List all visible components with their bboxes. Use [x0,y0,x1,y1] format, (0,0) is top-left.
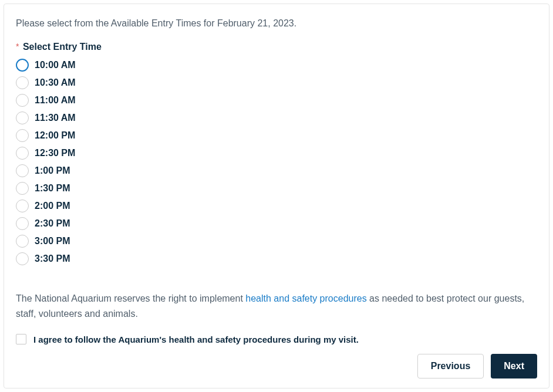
radio-button[interactable] [16,164,29,177]
radio-button[interactable] [16,217,29,230]
entry-time-label[interactable]: 3:30 PM [35,254,70,264]
entry-time-panel: Please select from the Available Entry T… [4,4,549,388]
radio-button[interactable] [16,147,29,160]
instruction-text: Please select from the Available Entry T… [16,18,537,29]
entry-time-option[interactable]: 1:30 PM [16,180,537,196]
radio-button[interactable] [16,182,29,195]
radio-button[interactable] [16,59,29,72]
entry-time-option[interactable]: 2:00 PM [16,198,537,214]
field-label: Select Entry Time [23,42,102,52]
entry-time-label[interactable]: 3:00 PM [35,236,70,246]
entry-time-option[interactable]: 1:00 PM [16,163,537,178]
entry-time-label[interactable]: 2:00 PM [35,201,70,211]
agree-checkbox[interactable] [16,334,26,344]
radio-button[interactable] [16,235,29,248]
entry-time-radio-group: 10:00 AM10:30 AM11:00 AM11:30 AM12:00 PM… [16,57,537,266]
entry-time-option[interactable]: 2:30 PM [16,215,537,231]
entry-time-label[interactable]: 2:30 PM [35,218,70,229]
entry-time-label[interactable]: 10:30 AM [35,77,76,88]
entry-time-option[interactable]: 12:00 PM [16,127,537,143]
radio-button[interactable] [16,252,29,265]
entry-time-option[interactable]: 10:30 AM [16,75,537,90]
radio-button[interactable] [16,76,29,89]
radio-button[interactable] [16,200,29,212]
entry-time-option[interactable]: 10:00 AM [16,57,537,73]
entry-time-label[interactable]: 10:00 AM [35,60,76,70]
agree-label[interactable]: I agree to follow the Aquarium's health … [33,334,359,344]
disclaimer-prefix: The National Aquarium reserves the right… [16,293,245,303]
field-label-row: * Select Entry Time [16,42,537,57]
agree-row: I agree to follow the Aquarium's health … [16,334,537,344]
entry-time-label[interactable]: 1:30 PM [35,183,70,194]
next-button[interactable]: Next [491,354,537,379]
entry-time-option[interactable]: 12:30 PM [16,145,537,161]
entry-time-label[interactable]: 12:30 PM [35,148,75,158]
radio-button[interactable] [16,111,29,124]
radio-button[interactable] [16,94,29,107]
button-row: Previous Next [417,354,537,379]
radio-button[interactable] [16,129,29,142]
health-safety-link[interactable]: health and safety procedures [245,293,366,303]
entry-time-option[interactable]: 11:30 AM [16,110,537,126]
required-indicator: * [16,42,19,51]
entry-time-option[interactable]: 3:00 PM [16,233,537,249]
entry-time-option[interactable]: 11:00 AM [16,92,537,108]
entry-time-label[interactable]: 12:00 PM [35,130,75,141]
disclaimer-text: The National Aquarium reserves the right… [16,291,537,321]
entry-time-option[interactable]: 3:30 PM [16,251,537,266]
entry-time-label[interactable]: 11:30 AM [35,113,76,123]
previous-button[interactable]: Previous [417,354,484,379]
entry-time-label[interactable]: 11:00 AM [35,95,76,106]
entry-time-label[interactable]: 1:00 PM [35,165,70,176]
